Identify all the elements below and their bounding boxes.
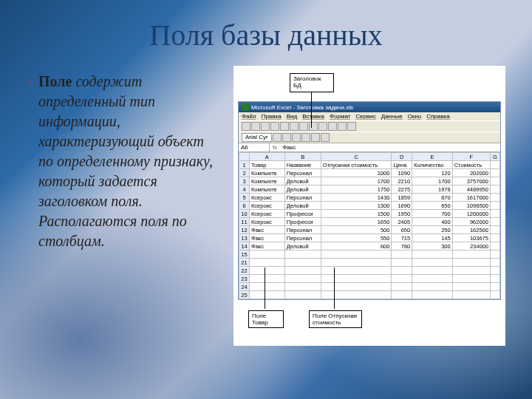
tool-bold-icon[interactable] <box>273 133 282 142</box>
data-cell[interactable]: 4489950 <box>452 185 490 194</box>
data-cell[interactable]: Деловой <box>284 185 321 194</box>
empty-cell[interactable] <box>321 291 392 299</box>
data-cell[interactable]: 400 <box>412 218 453 226</box>
row-header[interactable]: 24 <box>239 283 250 291</box>
empty-cell[interactable] <box>250 275 285 283</box>
empty-cell[interactable] <box>452 250 490 259</box>
empty-cell[interactable] <box>490 275 499 283</box>
menu-window[interactable]: Окно <box>408 113 422 120</box>
data-cell[interactable]: 300 <box>412 242 453 250</box>
empty-cell[interactable] <box>452 283 490 291</box>
empty-cell[interactable] <box>392 291 412 299</box>
data-cell[interactable]: 1200000 <box>452 210 490 218</box>
data-cell[interactable]: 650 <box>412 202 453 210</box>
data-cell[interactable] <box>490 218 499 226</box>
tool-underline-icon[interactable] <box>292 133 301 142</box>
data-cell[interactable]: Ксерокс <box>250 218 285 226</box>
data-cell[interactable]: 715 <box>392 234 412 242</box>
header-cell[interactable]: Название <box>284 161 321 169</box>
corner-cell[interactable] <box>239 153 250 161</box>
data-cell[interactable]: 2210 <box>392 177 412 185</box>
data-cell[interactable]: 1700 <box>321 177 392 185</box>
empty-cell[interactable] <box>284 259 321 267</box>
data-cell[interactable]: 650 <box>392 226 412 234</box>
data-cell[interactable]: 1950 <box>392 210 412 218</box>
empty-cell[interactable] <box>392 250 412 259</box>
data-cell[interactable] <box>490 202 499 210</box>
row-header[interactable]: 23 <box>239 275 250 283</box>
row-header[interactable]: 25 <box>239 291 250 299</box>
empty-cell[interactable] <box>392 259 412 267</box>
data-cell[interactable]: Ксерокс <box>250 210 285 218</box>
empty-cell[interactable] <box>412 250 453 259</box>
empty-cell[interactable] <box>412 283 453 291</box>
tool-sum-icon[interactable] <box>328 122 337 131</box>
data-cell[interactable]: Деловой <box>284 202 321 210</box>
data-cell[interactable]: Факс <box>250 234 285 242</box>
row-header[interactable]: 1 <box>239 161 250 169</box>
header-cell[interactable]: Товар <box>250 161 285 169</box>
name-box[interactable]: A6 <box>239 143 270 151</box>
row-header[interactable]: 6 <box>239 202 250 210</box>
data-cell[interactable]: Деловой <box>284 177 321 185</box>
menu-file[interactable]: Файл <box>242 113 256 120</box>
row-header[interactable]: 11 <box>239 218 250 226</box>
empty-cell[interactable] <box>321 275 392 283</box>
fx-icon[interactable]: fx <box>270 143 280 151</box>
data-cell[interactable]: Ксерокс <box>250 194 285 202</box>
data-cell[interactable]: Персонал <box>284 234 321 242</box>
tool-redo-icon[interactable] <box>318 122 327 131</box>
empty-cell[interactable] <box>250 291 285 299</box>
empty-cell[interactable] <box>392 275 412 283</box>
data-cell[interactable]: Факс <box>250 242 285 250</box>
data-cell[interactable]: 1700 <box>412 177 453 185</box>
tool-italic-icon[interactable] <box>282 133 291 142</box>
empty-cell[interactable] <box>321 250 392 259</box>
col-header[interactable]: C <box>321 153 392 161</box>
menu-insert[interactable]: Вставка <box>302 113 324 120</box>
data-cell[interactable]: 1430 <box>321 194 392 202</box>
col-header[interactable]: B <box>284 153 321 161</box>
row-header[interactable]: 2 <box>239 169 250 177</box>
row-header[interactable]: 4 <box>239 185 250 194</box>
empty-cell[interactable] <box>284 267 321 275</box>
empty-cell[interactable] <box>250 250 285 259</box>
tool-chart-icon[interactable] <box>347 122 356 131</box>
data-cell[interactable]: 1650 <box>321 218 392 226</box>
row-header[interactable]: 13 <box>239 234 250 242</box>
data-cell[interactable]: 202000 <box>452 169 490 177</box>
empty-cell[interactable] <box>250 267 285 275</box>
empty-cell[interactable] <box>392 283 412 291</box>
data-cell[interactable] <box>490 194 499 202</box>
empty-cell[interactable] <box>284 250 321 259</box>
tool-align-right-icon[interactable] <box>321 133 330 142</box>
font-name[interactable]: Arial Cyr <box>242 133 272 142</box>
tool-open-icon[interactable] <box>251 122 260 131</box>
data-cell[interactable]: 1500 <box>321 210 392 218</box>
data-cell[interactable]: 500 <box>321 226 392 234</box>
data-cell[interactable]: Персонал <box>284 226 321 234</box>
data-cell[interactable]: Деловой <box>284 242 321 250</box>
empty-cell[interactable] <box>490 250 499 259</box>
row-header[interactable]: 5 <box>239 194 250 202</box>
empty-cell[interactable] <box>412 291 453 299</box>
data-cell[interactable]: Факс <box>250 226 285 234</box>
tool-align-center-icon[interactable] <box>311 133 320 142</box>
data-cell[interactable]: 1300 <box>321 202 392 210</box>
formula-bar[interactable]: A6 fx Факс <box>239 143 500 152</box>
tool-align-left-icon[interactable] <box>301 133 310 142</box>
menu-tools[interactable]: Сервис <box>355 113 375 120</box>
header-cell[interactable] <box>490 161 499 169</box>
empty-cell[interactable] <box>321 283 392 291</box>
col-header[interactable]: A <box>250 153 285 161</box>
tool-save-icon[interactable] <box>261 122 270 131</box>
empty-cell[interactable] <box>250 283 285 291</box>
header-cell[interactable]: Стоимость <box>452 161 490 169</box>
data-cell[interactable]: 1000 <box>321 169 392 177</box>
excel-toolbar[interactable] <box>239 120 500 132</box>
tool-paste-icon[interactable] <box>299 122 308 131</box>
data-cell[interactable] <box>490 226 499 234</box>
empty-cell[interactable] <box>452 275 490 283</box>
data-cell[interactable]: 550 <box>321 234 392 242</box>
empty-cell[interactable] <box>321 267 392 275</box>
